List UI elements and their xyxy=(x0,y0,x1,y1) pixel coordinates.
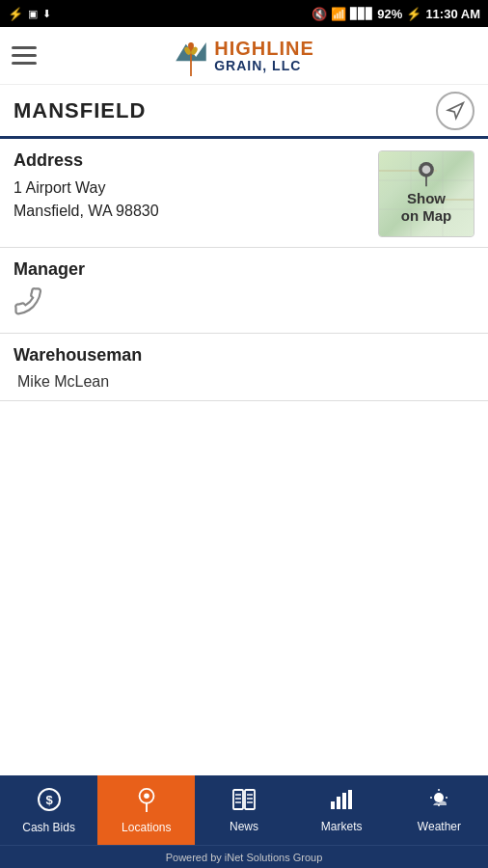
news-icon xyxy=(231,788,257,817)
nav-item-markets[interactable]: Markets xyxy=(293,775,391,845)
app-logo: HIGHLINE GRAIN, LLC xyxy=(174,36,314,76)
powered-by-bar: Powered by iNet Solutions Group xyxy=(0,845,488,868)
navigation-icon[interactable] xyxy=(436,92,474,130)
location-name: MANSFIELD xyxy=(14,98,146,123)
address-line2: Mansfield, WA 98830 xyxy=(14,200,159,223)
locations-icon xyxy=(135,787,158,818)
svg-rect-22 xyxy=(245,790,255,809)
usb-icon: ⚡ xyxy=(8,7,23,21)
phone-icon[interactable] xyxy=(14,287,52,323)
logo-grain: GRAIN, LLC xyxy=(214,59,314,73)
address-label: Address xyxy=(14,150,159,171)
show-on-map-button[interactable]: Showon Map xyxy=(378,150,474,237)
weather-icon xyxy=(425,788,452,817)
logo-text: HIGHLINE GRAIN, LLC xyxy=(214,38,314,73)
battery-icon: ⚡ xyxy=(406,7,421,21)
wifi-icon: 📶 xyxy=(331,7,346,21)
svg-rect-31 xyxy=(342,793,346,809)
cash-bids-label: Cash Bids xyxy=(22,821,75,834)
menu-button[interactable] xyxy=(12,46,37,65)
svg-marker-6 xyxy=(448,102,464,118)
manager-label: Manager xyxy=(14,259,474,280)
download-icon: ⬇ xyxy=(42,8,51,20)
warehouseman-label: Warehouseman xyxy=(14,345,474,366)
show-on-map-label: Showon Map xyxy=(401,190,452,225)
nav-item-news[interactable]: News xyxy=(195,775,292,845)
map-button-text: Showon Map xyxy=(401,190,452,225)
status-bar: ⚡ ▣ ⬇ 🔇 📶 ▊▊▊ 92% ⚡ 11:30 AM xyxy=(0,0,488,27)
content-area: Address 1 Airport Way Mansfield, WA 9883… xyxy=(0,139,488,401)
logo-highline: HIGHLINE xyxy=(214,38,314,59)
status-left: ⚡ ▣ ⬇ xyxy=(8,7,51,21)
svg-rect-30 xyxy=(337,797,340,809)
markets-label: Markets xyxy=(321,820,363,833)
weather-label: Weather xyxy=(418,820,461,833)
status-right: 🔇 📶 ▊▊▊ 92% ⚡ 11:30 AM xyxy=(312,7,480,21)
logo-icon xyxy=(174,36,208,76)
svg-text:$: $ xyxy=(45,793,53,807)
svg-rect-21 xyxy=(233,790,243,809)
map-pin-icon xyxy=(416,161,437,194)
address-section: Address 1 Airport Way Mansfield, WA 9883… xyxy=(0,139,488,248)
nav-item-locations[interactable]: Locations xyxy=(97,775,195,845)
locations-label: Locations xyxy=(122,821,171,834)
warehouseman-section: Warehouseman Mike McLean xyxy=(0,334,488,401)
battery-percent: 92% xyxy=(377,7,402,21)
warehouseman-name: Mike McLean xyxy=(14,373,474,391)
app-header: HIGHLINE GRAIN, LLC xyxy=(0,27,488,85)
svg-rect-29 xyxy=(331,801,335,809)
powered-by-text: Powered by iNet Solutions Group xyxy=(166,852,323,863)
bottom-navigation: $ Cash Bids Locations xyxy=(0,775,488,868)
sd-icon: ▣ xyxy=(28,8,38,20)
address-line1: 1 Airport Way xyxy=(14,176,159,200)
nav-item-weather[interactable]: Weather xyxy=(391,775,488,845)
address-text: Address 1 Airport Way Mansfield, WA 9883… xyxy=(14,150,159,223)
markets-icon xyxy=(329,788,354,817)
manager-section: Manager xyxy=(0,248,488,334)
mute-icon: 🔇 xyxy=(312,7,327,21)
location-title-bar: MANSFIELD xyxy=(0,85,488,139)
cash-bids-icon: $ xyxy=(37,787,62,818)
nav-item-cash-bids[interactable]: $ Cash Bids xyxy=(0,775,97,845)
svg-rect-32 xyxy=(348,790,352,809)
clock: 11:30 AM xyxy=(425,7,480,21)
news-label: News xyxy=(230,820,258,833)
nav-bar: $ Cash Bids Locations xyxy=(0,775,488,845)
svg-point-19 xyxy=(144,793,149,799)
signal-icon: ▊▊▊ xyxy=(350,8,373,20)
